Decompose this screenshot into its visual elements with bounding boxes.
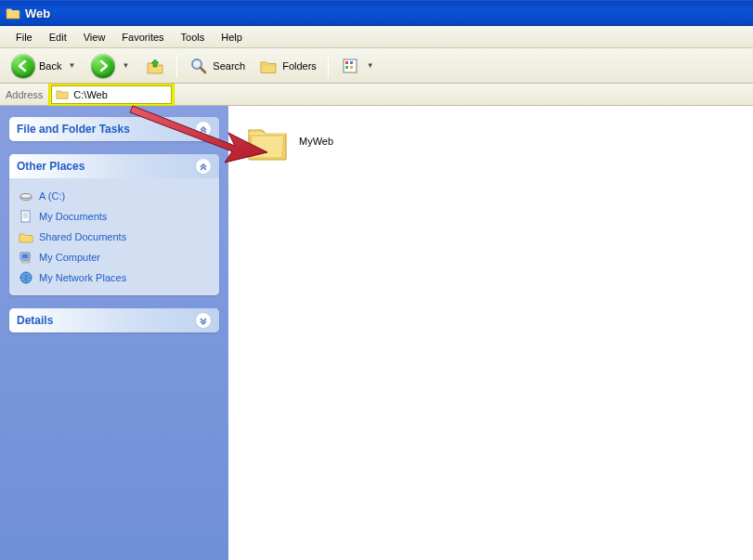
views-icon	[340, 56, 360, 76]
place-label: My Documents	[39, 211, 107, 222]
chevron-down-icon: ▼	[119, 61, 132, 70]
file-folder-tasks-panel: File and Folder Tasks	[9, 117, 219, 141]
shared-folder-icon	[19, 229, 33, 244]
place-label: A (C:)	[39, 190, 65, 202]
place-my-computer[interactable]: My Computer	[19, 247, 210, 267]
menu-view[interactable]: View	[75, 29, 114, 46]
documents-icon	[19, 209, 33, 224]
folder-item-myweb[interactable]: MyWeb	[245, 119, 736, 163]
menu-help[interactable]: Help	[213, 29, 251, 46]
tasks-side-panel: File and Folder Tasks Other Places A (C:…	[0, 106, 228, 560]
menu-file[interactable]: File	[7, 29, 41, 46]
svg-rect-4	[345, 66, 348, 69]
search-icon	[188, 56, 209, 76]
address-highlight: C:\Web	[48, 84, 175, 106]
views-button[interactable]: ▼	[334, 52, 383, 80]
folders-button[interactable]: Folders	[253, 52, 322, 80]
place-drive-c[interactable]: A (C:)	[19, 186, 210, 206]
place-label: My Network Places	[39, 272, 126, 283]
folder-icon	[56, 87, 69, 102]
file-folder-tasks-title: File and Folder Tasks	[17, 123, 130, 136]
file-folder-tasks-header[interactable]: File and Folder Tasks	[9, 117, 219, 141]
toolbar-separator	[328, 54, 329, 78]
main-area: File and Folder Tasks Other Places A (C:…	[0, 106, 753, 560]
address-path: C:\Web	[73, 89, 107, 100]
forward-arrow-icon	[91, 54, 115, 78]
toolbar: Back ▼ ▼ Search	[0, 48, 753, 84]
network-icon	[19, 270, 33, 285]
svg-rect-2	[345, 61, 348, 64]
up-button[interactable]	[139, 52, 171, 80]
folders-label: Folders	[282, 60, 317, 72]
svg-rect-9	[21, 211, 30, 222]
svg-rect-11	[22, 254, 29, 259]
other-places-title: Other Places	[17, 160, 84, 173]
address-field[interactable]: C:\Web	[51, 85, 172, 104]
place-label: My Computer	[39, 252, 100, 263]
expand-icon[interactable]	[195, 121, 212, 137]
drive-icon	[19, 189, 33, 203]
search-button[interactable]: Search	[183, 52, 251, 80]
address-label: Address	[6, 89, 43, 100]
computer-icon	[19, 250, 33, 265]
other-places-header[interactable]: Other Places	[9, 154, 219, 178]
place-label: Shared Documents	[39, 231, 126, 242]
expand-icon[interactable]	[195, 312, 212, 329]
details-panel: Details	[9, 308, 219, 332]
search-label: Search	[213, 60, 245, 72]
back-button[interactable]: Back ▼	[6, 50, 84, 82]
folder-item-label: MyWeb	[299, 136, 333, 147]
chevron-down-icon: ▼	[65, 61, 78, 70]
place-my-network-places[interactable]: My Network Places	[19, 267, 210, 288]
menu-tools[interactable]: Tools	[173, 29, 214, 46]
other-places-body: A (C:) My Documents Shared Documents	[9, 178, 219, 295]
window-title: Web	[25, 7, 50, 20]
menu-bar: File Edit View Favorites Tools Help	[0, 26, 753, 48]
details-header[interactable]: Details	[9, 308, 219, 332]
collapse-icon[interactable]	[195, 158, 212, 175]
toolbar-separator	[176, 54, 177, 78]
svg-rect-5	[350, 66, 353, 69]
chevron-down-icon: ▼	[364, 61, 377, 70]
title-bar[interactable]: Web	[0, 0, 753, 26]
menu-favorites[interactable]: Favorites	[113, 29, 172, 46]
back-label: Back	[39, 60, 61, 72]
place-my-documents[interactable]: My Documents	[19, 206, 210, 227]
forward-button[interactable]: ▼	[85, 50, 137, 82]
back-arrow-icon	[11, 54, 35, 78]
address-bar: Address C:\Web	[0, 84, 753, 106]
folders-icon	[258, 56, 279, 76]
details-title: Details	[17, 314, 53, 327]
folder-icon	[6, 6, 20, 20]
svg-rect-3	[350, 61, 353, 64]
menu-edit[interactable]: Edit	[41, 29, 75, 46]
svg-rect-12	[22, 261, 30, 263]
other-places-panel: Other Places A (C:) My Documents	[9, 154, 219, 295]
place-shared-documents[interactable]: Shared Documents	[19, 227, 210, 247]
svg-point-8	[20, 194, 32, 199]
folder-icon	[245, 119, 290, 163]
folder-content-pane[interactable]: MyWeb	[228, 106, 753, 560]
up-folder-icon	[145, 56, 165, 76]
